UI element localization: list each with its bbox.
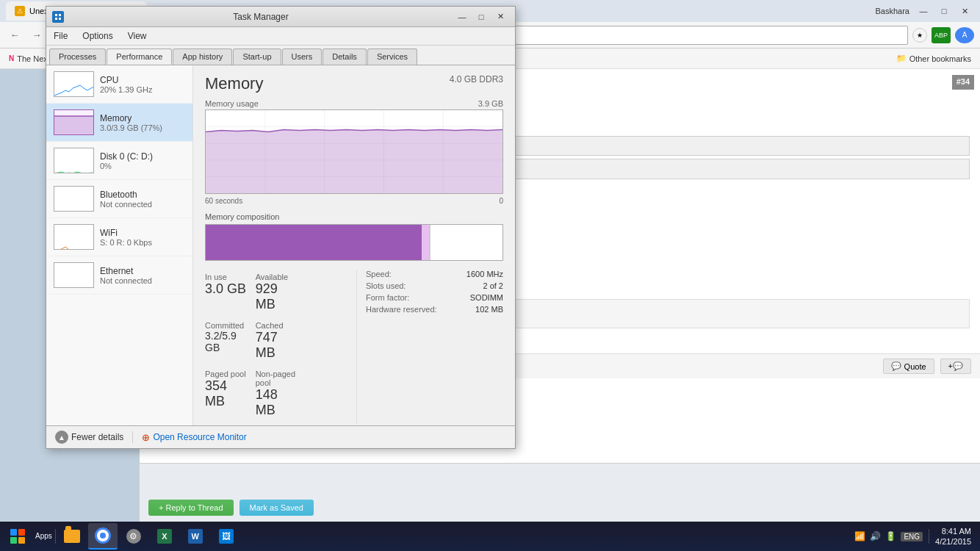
tm-close-button[interactable]: ✕ [491,10,509,24]
svg-marker-21 [206,130,502,193]
right-stats: Speed: 1600 MHz Slots used: 2 of 2 Form … [356,270,503,424]
google-profile-button[interactable]: A [955,27,974,43]
taskbar-icon-file-explorer[interactable] [57,523,87,550]
paged-value: 354 MB [205,378,250,409]
fewer-details-icon: ▲ [55,431,68,444]
cpu-sidebar-info: CPU 20% 1.39 GHz [100,75,185,94]
slots-row: Slots used: 2 of 2 [366,281,503,290]
photos-icon: 🖼 [219,529,234,544]
fewer-details-button[interactable]: ▲ Fewer details [55,431,123,444]
browser-maximize-button[interactable]: □ [934,4,954,18]
browser-minimize-button[interactable]: — [914,4,933,18]
tm-menubar: File Options View [46,27,515,46]
composition-modified [422,225,429,260]
tab-details[interactable]: Details [323,48,367,65]
post-number: #34 [952,75,974,90]
tab-performance[interactable]: Performance [107,48,172,65]
tm-menu-view[interactable]: View [120,29,154,43]
taskbar-icon-chrome[interactable] [88,523,118,550]
stat-non-paged: Non-paged pool 148 MB [256,367,306,424]
memory-detail: 3.0/3.9 GB (77%) [100,123,185,132]
open-resource-monitor-link[interactable]: ⊕ Open Resource Monitor [142,432,246,443]
cpu-mini-graph [54,71,94,97]
svg-rect-3 [59,18,61,20]
word-icon: W [188,529,203,544]
browser-close-button[interactable]: ✕ [955,4,974,18]
stat-placeholder2 [306,318,356,367]
network-icon: 📶 [854,531,865,541]
bluetooth-name: Bluetooth [100,190,185,200]
tm-body: CPU 20% 1.39 GHz Memory 3.0/3.9 GB (77%) [46,65,515,425]
forward-button[interactable]: → [28,26,46,44]
back-button[interactable]: ← [6,26,24,44]
tab-processes[interactable]: Processes [49,48,106,65]
bluetooth-sidebar-info: Bluetooth Not connected [100,190,185,209]
bookmark-other[interactable]: 📁 Other bookmarks [893,52,974,65]
bookmark-star[interactable]: ★ [912,28,927,43]
sidebar-item-bluetooth[interactable]: Bluetooth Not connected [46,180,192,218]
disk-detail: 0% [100,162,185,170]
tab-users[interactable]: Users [282,48,323,65]
sidebar-item-memory[interactable]: Memory 3.0/3.9 GB (77%) [46,104,192,142]
reply-area: + Reply to Thread Mark as Saved [140,463,980,522]
cached-value: 747 MB [256,330,300,361]
battery-icon: 🔋 [885,531,896,541]
tm-main-content: Memory 4.0 GB DDR3 Memory usage 3.9 GB [193,65,515,425]
memory-sidebar-info: Memory 3.0/3.9 GB (77%) [100,113,185,132]
sidebar-item-ethernet[interactable]: Ethernet Not connected [46,256,192,295]
svg-rect-1 [59,14,61,16]
hw-reserved-row: Hardware reserved: 102 MB [366,305,503,314]
language-icon: ENG [901,532,923,541]
composition-label: Memory composition [205,212,503,221]
chrome-icon [95,527,111,544]
slots-label: Slots used: [366,281,406,290]
taskbar-icon-excel[interactable]: X [150,523,179,550]
reply-to-thread-button[interactable]: + Reply to Thread [148,500,234,516]
tnw-icon: N [9,54,14,62]
extension-abp[interactable]: ABP [932,27,951,43]
multiquote-button[interactable]: +💬 [940,359,971,374]
tm-maximize-button[interactable]: □ [472,10,490,24]
memory-usage-chart [205,109,503,194]
usage-label: Memory usage [205,99,259,108]
tab-app-history[interactable]: App history [173,48,232,65]
stat-in-use: In use 3.0 GB [205,270,256,318]
folder-icon: 📁 [896,54,907,63]
svg-rect-0 [55,14,57,16]
form-label: Form factor: [366,293,409,302]
speed-value: 1600 MHz [466,270,503,278]
tm-menu-file[interactable]: File [46,29,75,43]
form-row: Form factor: SODIMM [366,293,503,302]
in-use-value: 3.0 GB [205,281,250,297]
bluetooth-mini-graph [54,186,94,212]
stat-available: Available 929 MB [256,270,306,318]
tab-services[interactable]: Services [367,48,417,65]
taskbar-icon-photos[interactable]: 🖼 [212,523,241,550]
cached-label: Cached [256,321,300,330]
file-explorer-icon [64,530,80,543]
stats-grid: In use 3.0 GB Available 929 MB Committed… [205,270,356,424]
tab-favicon: ⚠ [15,6,25,16]
time-end: 0 [499,197,503,205]
start-button[interactable] [3,523,32,550]
tab-startup[interactable]: Start-up [233,48,281,65]
sidebar-item-cpu[interactable]: CPU 20% 1.39 GHz [46,65,192,104]
tray-separator [929,529,929,544]
system-clock[interactable]: 8:41 AM 4/21/2015 [935,526,971,547]
tm-menu-options[interactable]: Options [75,29,120,43]
quote-button[interactable]: 💬 Quote [883,359,934,374]
tm-minimize-button[interactable]: — [453,10,471,24]
memory-name: Memory [100,113,185,123]
taskbar-icon-word[interactable]: W [181,523,210,550]
committed-value: 3.2/5.9 GB [205,330,250,353]
chart-label-row: Memory usage 3.9 GB [205,99,503,108]
tm-footer: ▲ Fewer details ⊕ Open Resource Monitor [46,425,515,448]
stat-cached: Cached 747 MB [256,318,306,367]
sidebar-item-wifi[interactable]: WiFi S: 0 R: 0 Kbps [46,218,192,256]
taskbar-icon-settings[interactable]: ⚙ [119,523,148,550]
memory-title: Memory [205,74,263,93]
volume-icon: 🔊 [870,531,881,541]
sidebar-item-disk[interactable]: Disk 0 (C: D:) 0% [46,142,192,180]
mark-as-saved-button[interactable]: Mark as Saved [239,500,314,516]
hw-reserved-label: Hardware reserved: [366,305,437,314]
